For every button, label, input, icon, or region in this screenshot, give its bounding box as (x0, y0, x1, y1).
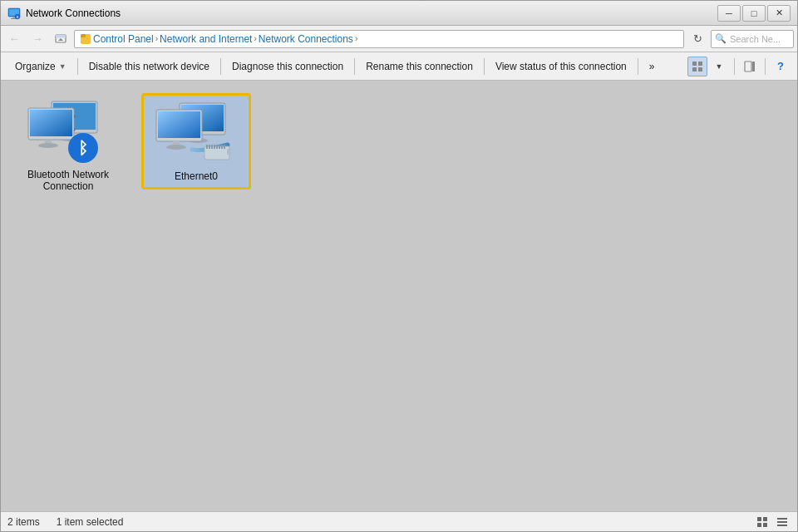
status-bar: 2 items 1 item selected (1, 511, 797, 531)
minimize-button[interactable]: ─ (717, 5, 741, 22)
breadcrumb: Control Panel › Network and Internet › N… (74, 30, 684, 48)
maximize-button[interactable]: □ (742, 5, 766, 22)
svg-rect-48 (227, 149, 229, 155)
address-bar: ← → Control Panel › Network and Internet… (1, 26, 797, 52)
toolbar-sep-7 (765, 58, 766, 75)
view-dropdown-arrow: ▼ (716, 62, 723, 71)
svg-rect-16 (752, 62, 755, 71)
status-large-icons-button[interactable] (754, 515, 771, 530)
title-bar: B Network Connections ─ □ ✕ (1, 1, 797, 26)
selected-count: 1 item selected (57, 516, 124, 528)
breadcrumb-sep-2: › (254, 34, 256, 43)
svg-rect-36 (158, 111, 200, 138)
window-title: Network Connections (26, 7, 121, 19)
svg-rect-15 (745, 62, 751, 71)
large-icons-icon (692, 61, 703, 72)
toolbar-sep-3 (354, 58, 355, 75)
svg-rect-7 (56, 35, 66, 38)
search-box[interactable]: 🔍 Search Ne... (711, 30, 794, 48)
organize-arrow: ▼ (59, 62, 66, 71)
preview-pane-icon (744, 61, 756, 72)
status-view-controls (754, 515, 791, 530)
search-icon: 🔍 (715, 33, 727, 44)
svg-text:ᛒ: ᛒ (78, 139, 88, 157)
breadcrumb-sep-1: › (155, 34, 158, 43)
svg-rect-26 (30, 110, 72, 136)
svg-text:B: B (17, 15, 19, 19)
svg-rect-40 (206, 145, 208, 149)
disable-device-button[interactable]: Disable this network device (81, 56, 217, 77)
bluetooth-network-connection[interactable]: ᛒ Bluetooth Network Connection (14, 94, 122, 197)
window-controls: ─ □ ✕ (717, 5, 791, 22)
svg-rect-53 (777, 518, 787, 520)
view-options-button[interactable]: ▼ (709, 57, 729, 76)
window-icon: B (7, 7, 21, 20)
status-info: 2 items 1 item selected (7, 516, 123, 528)
breadcrumb-network-internet[interactable]: Network and Internet (160, 33, 252, 45)
up-icon (55, 33, 66, 45)
svg-rect-49 (757, 517, 761, 521)
diagnose-button[interactable]: Diagnose this connection (224, 56, 351, 77)
svg-rect-11 (692, 62, 697, 66)
svg-rect-52 (763, 523, 767, 527)
more-options-button[interactable]: » (642, 56, 663, 77)
close-button[interactable]: ✕ (767, 5, 791, 22)
svg-rect-44 (216, 145, 218, 149)
svg-rect-54 (777, 521, 787, 523)
view-status-button[interactable]: View status of this connection (488, 56, 634, 77)
main-content: ᛒ Bluetooth Network Connection (1, 81, 797, 511)
status-large-icons-icon (756, 516, 768, 528)
toolbar: Organize ▼ Disable this network device D… (1, 52, 797, 81)
status-list-button[interactable] (774, 515, 791, 530)
toolbar-sep-5 (638, 58, 638, 75)
svg-rect-13 (692, 67, 697, 71)
help-button[interactable]: ? (771, 57, 791, 76)
svg-rect-50 (763, 517, 767, 521)
svg-rect-47 (224, 145, 225, 149)
toolbar-sep-4 (484, 58, 485, 75)
preview-pane-button[interactable] (740, 57, 760, 76)
status-list-icon (776, 516, 788, 528)
svg-rect-12 (698, 62, 702, 66)
title-left: B Network Connections (7, 7, 121, 20)
svg-rect-14 (698, 67, 702, 71)
breadcrumb-network-connections[interactable]: Network Connections (259, 33, 353, 45)
search-placeholder: Search Ne... (730, 34, 781, 44)
rename-button[interactable]: Rename this connection (358, 56, 480, 77)
svg-rect-46 (221, 145, 223, 149)
svg-rect-43 (214, 145, 215, 149)
bluetooth-monitors-icon: ᛒ (27, 100, 110, 165)
breadcrumb-icon (80, 33, 91, 45)
bluetooth-label: Bluetooth Network Connection (19, 169, 117, 192)
ethernet-monitors-icon (155, 101, 238, 166)
ethernet-icon-container (155, 101, 238, 167)
large-icons-button[interactable] (687, 57, 707, 76)
svg-rect-55 (777, 525, 787, 526)
toolbar-sep-6 (734, 58, 735, 75)
bluetooth-icon-container: ᛒ (27, 99, 110, 165)
breadcrumb-sep-3: › (355, 34, 357, 43)
organize-button[interactable]: Organize ▼ (7, 56, 74, 77)
svg-rect-10 (81, 34, 86, 37)
svg-point-38 (166, 145, 186, 150)
svg-rect-9 (81, 37, 91, 43)
svg-rect-41 (209, 145, 210, 149)
svg-rect-51 (757, 523, 761, 527)
svg-point-28 (38, 143, 58, 148)
toolbar-sep-2 (220, 58, 221, 75)
view-buttons: ▼ ? (687, 57, 791, 76)
ethernet0-label: Ethernet0 (175, 170, 218, 182)
svg-rect-45 (219, 145, 220, 149)
toolbar-sep-1 (77, 58, 78, 75)
up-button[interactable] (51, 29, 71, 49)
back-button[interactable]: ← (4, 29, 24, 49)
svg-rect-42 (211, 145, 213, 149)
forward-button[interactable]: → (27, 29, 47, 49)
breadcrumb-control-panel[interactable]: Control Panel (93, 33, 154, 45)
item-count: 2 items (7, 516, 40, 528)
ethernet0-item[interactable]: Ethernet0 (142, 94, 250, 189)
refresh-button[interactable]: ↻ (687, 29, 707, 49)
